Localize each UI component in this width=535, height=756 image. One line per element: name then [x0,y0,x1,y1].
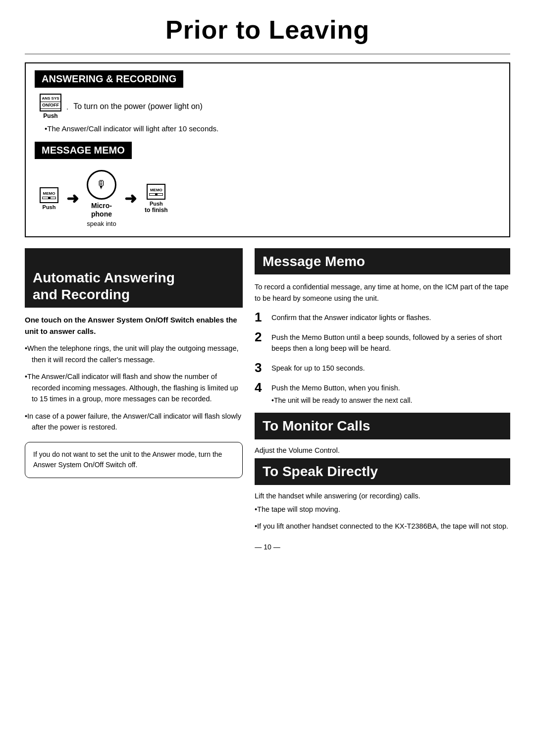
microphone-label: Micro-phone [91,202,112,218]
mic-col: 🎙 Micro-phone speak into [87,170,116,227]
bullet-3: •In case of a power failure, the Answer/… [25,411,243,433]
memo-row: MEMO Push ➜ 🎙 Micro-phone speak into ➜ M [40,170,500,227]
right-col: Message Memo To record a confidential me… [255,248,510,538]
ans-row: ANS SYS ON/OFF Push . To turn on the pow… [40,94,500,119]
to-finish: to finish [145,207,168,214]
left-col: Automatic Answeringand Recording One tou… [25,248,243,538]
memo-device-2: MEMO Push to finish [145,184,168,214]
step-3: 3 Speak for up to 150 seconds. [255,361,510,374]
memo-dev-rect-2: MEMO [147,184,165,200]
ans-bullet: •The Answer/Call indicator will light af… [45,124,500,133]
step-2-num: 2 [255,330,266,354]
on-off-box: ON/OFF [40,102,61,109]
push-label-1: Push [43,112,57,119]
memo-tag-1: MEMO [43,191,55,196]
memo-line-1 [42,197,56,199]
bullet-1: •When the telephone rings, the unit will… [25,343,243,365]
step-2: 2 Push the Memo Button until a beep soun… [255,330,510,354]
step-2-text: Push the Memo Button until a beep sounds… [271,330,510,354]
bullet-2: •The Answer/Call indicator will flash an… [25,371,243,404]
two-col-layout: Automatic Answeringand Recording One tou… [25,248,510,538]
micro-text: Micro-phone [91,202,112,218]
push-label-memo-2: Push [150,201,163,207]
memo-tag-2: MEMO [150,188,162,192]
speak-directly-intro: Lift the handset while answering (or rec… [255,492,510,500]
speak-bullet-1: •The tape will stop moving. •If you lift… [255,504,510,532]
step-4: 4 Push the Memo Button, when you finish.… [255,381,510,406]
step-3-num: 3 [255,361,266,374]
note-text: If you do not want to set the unit to th… [33,450,222,469]
ans-device-icon: ANS SYS ON/OFF Push [40,94,61,119]
monitor-calls-text: Adjust the Volume Control. [255,446,510,454]
auto-answering-bold: One touch on the Answer System On/Off Sw… [25,315,243,337]
memo-line-2 [149,193,163,196]
mic-symbol: 🎙 [96,178,107,191]
step-4-text: Push the Memo Button, when you finish. •… [271,381,412,406]
microphone-icon: 🎙 [87,170,116,200]
memo-dot-1 [48,197,51,199]
page-title: Prior to Leaving [25,15,510,45]
step-1-num: 1 [255,311,266,324]
step-1: 1 Confirm that the Answer indicator ligh… [255,311,510,324]
speak-into: speak into [87,220,116,227]
step-3-text: Speak for up to 150 seconds. [271,361,365,374]
message-memo-header: Message Memo [255,248,510,275]
message-memo-intro: To record a confidential message, any ti… [255,281,510,304]
period-1: . [66,103,68,111]
memo-label: MESSAGE MEMO [35,142,132,159]
push-label-memo-1: Push [43,204,56,210]
step-4-num: 4 [255,381,266,406]
arrow-2: ➜ [124,190,137,207]
note-box: If you do not want to set the unit to th… [25,442,243,478]
memo-device-1: MEMO Push [40,187,58,210]
top-divider [25,54,510,54]
answering-label: ANSWERING & RECORDING [35,70,183,88]
page-number: — 10 — [25,543,510,551]
speak-directly-header: To Speak Directly [255,458,510,485]
memo-dot-2 [155,193,158,196]
diagram-box: ANSWERING & RECORDING ANS SYS ON/OFF Pus… [25,62,510,237]
ans-device-rect: ANS SYS ON/OFF [40,94,61,111]
ans-sys-label: ANS SYS [42,96,59,101]
step-1-text: Confirm that the Answer indicator lights… [271,311,431,324]
monitor-calls-header: To Monitor Calls [255,413,510,439]
step-4-sub: •The unit will be ready to answer the ne… [271,395,412,406]
memo-dev-rect-1: MEMO [40,187,58,203]
auto-answering-header: Automatic Answeringand Recording [25,248,243,308]
ans-instruction: To turn on the power (power light on) [73,102,203,111]
arrow-1: ➜ [66,190,79,207]
